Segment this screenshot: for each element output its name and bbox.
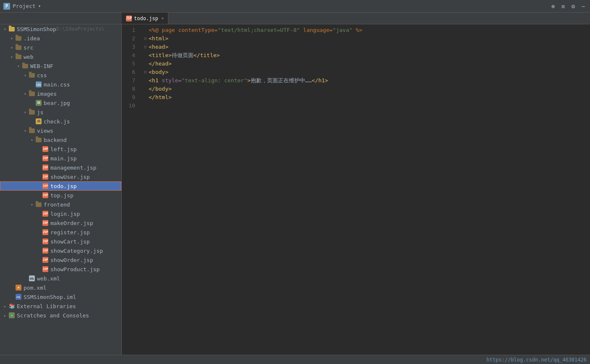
code-segment: 待做页面 — [172, 51, 194, 60]
tree-item-bear-jpg[interactable]: 🖼bear.jpg — [0, 98, 121, 107]
tree-item-showorder-jsp[interactable]: JSPshowOrder.jsp — [0, 255, 121, 264]
line-number-6: 6 — [122, 68, 135, 76]
tree-item-makeorder-jsp[interactable]: JSPmakeOrder.jsp — [0, 218, 121, 228]
code-segment: "text-align: center" — [181, 76, 247, 85]
tree-item-ssm-iml[interactable]: IMLSSMSimonShop.iml — [0, 292, 121, 301]
tree-icon-showcart-jsp: JSP — [42, 238, 49, 245]
code-segment: <title> — [149, 51, 172, 60]
line-numbers: 12345678910 — [122, 24, 139, 355]
minimize-icon[interactable]: − — [580, 3, 587, 10]
project-sidebar[interactable]: SSMSimonShop D:\IdeaProjects\.ideasrcweb… — [0, 24, 122, 355]
tab-close-button[interactable]: × — [161, 16, 164, 21]
code-line-3: ⊟<head> — [142, 43, 590, 51]
status-bar-url: https://blog.csdn.net/qq_46301426 — [487, 357, 587, 363]
tree-item-register-jsp[interactable]: JSPregister.jsp — [0, 228, 121, 237]
tree-arrow-idea — [8, 35, 15, 42]
tree-item-web-inf[interactable]: WEB-INF — [0, 61, 121, 71]
tree-icon-web — [15, 53, 22, 60]
tree-icon-pom-xml: m — [15, 284, 22, 291]
tree-label-ssm-iml: SSMSimonShop.iml — [24, 294, 76, 300]
tree-icon-idea — [15, 35, 22, 42]
settings-icon[interactable]: ⚙ — [570, 3, 577, 10]
title-bar-dropdown-arrow[interactable]: ▾ — [38, 3, 41, 9]
tree-item-idea[interactable]: .idea — [0, 34, 121, 43]
tree-icon-top-jsp: JSP — [42, 192, 49, 199]
browse-icon[interactable]: ⊕ — [550, 3, 556, 10]
tree-item-showcategory-jsp[interactable]: JSPshowCategory.jsp — [0, 246, 121, 255]
fold-marker-3[interactable]: ⊟ — [142, 44, 149, 50]
project-icon: P — [3, 3, 10, 10]
tree-item-main-jsp[interactable]: JSPmain.jsp — [0, 154, 121, 163]
tree-item-web[interactable]: web — [0, 52, 121, 61]
tree-item-showuser-jsp[interactable]: JSPshowUser.jsp — [0, 172, 121, 181]
code-segment: <h1 — [149, 76, 162, 85]
fold-marker-1 — [142, 27, 149, 34]
tree-item-scratches[interactable]: ✏Scratches and Consoles — [0, 311, 121, 320]
tree-item-images[interactable]: images — [0, 89, 121, 98]
code-line-4: <title>待做页面</title> — [142, 51, 590, 60]
tree-item-views[interactable]: views — [0, 126, 121, 135]
tree-label-todo-jsp: todo.jsp — [50, 183, 77, 189]
tree-item-showcart-jsp[interactable]: JSPshowCart.jsp — [0, 237, 121, 246]
tree-icon-login-jsp: JSP — [42, 210, 49, 217]
tree-item-showproduct-jsp[interactable]: JSPshowProduct.jsp — [0, 264, 121, 274]
tab-todo-jsp[interactable]: JSP todo.jsp × — [122, 13, 168, 24]
layout-icon[interactable]: ≡ — [560, 3, 566, 10]
code-segment: style= — [162, 76, 181, 85]
tree-item-left-jsp[interactable]: JSPleft.jsp — [0, 144, 121, 154]
tree-label-showcategory-jsp: showCategory.jsp — [50, 248, 103, 254]
tree-label-frontend: frontend — [44, 202, 70, 208]
tree-icon-backend — [35, 136, 42, 143]
tree-item-main-css[interactable]: CSSmain.css — [0, 80, 121, 89]
fold-marker-9 — [142, 94, 149, 101]
tree-item-check-js[interactable]: JScheck.js — [0, 117, 121, 126]
tree-item-css[interactable]: css — [0, 71, 121, 80]
tab-file-name: todo.jsp — [134, 16, 158, 21]
tree-item-js[interactable]: js — [0, 107, 121, 117]
tree-item-src[interactable]: src — [0, 43, 121, 52]
tree-icon-web-xml: XML — [29, 275, 35, 282]
code-content[interactable]: <%@ page contentType="text/html;charset=… — [139, 24, 590, 355]
file-tree: SSMSimonShop D:\IdeaProjects\.ideasrcweb… — [0, 24, 121, 320]
tree-icon-check-js: JS — [35, 118, 42, 125]
tree-item-top-jsp[interactable]: JSPtop.jsp — [0, 191, 121, 200]
tree-icon-src — [15, 44, 22, 51]
title-bar-project-label[interactable]: Project — [13, 3, 36, 9]
tree-item-web-xml[interactable]: XMLweb.xml — [0, 274, 121, 283]
fold-marker-7 — [142, 77, 149, 84]
code-segment: </h1> — [312, 76, 328, 85]
tree-item-backend[interactable]: backend — [0, 135, 121, 144]
tree-label-backend: backend — [44, 137, 67, 143]
tree-suffix-project-root: D:\IdeaProjects\ — [56, 26, 105, 32]
tree-icon-showproduct-jsp: JSP — [42, 266, 49, 272]
code-line-7: <h1 style="text-align: center">抱歉，页面正在维护… — [142, 76, 590, 85]
code-segment: <html> — [149, 34, 168, 43]
tree-item-ext-libs[interactable]: 📚External Libraries — [0, 301, 121, 311]
tree-label-idea: .idea — [24, 35, 40, 42]
status-bar: https://blog.csdn.net/qq_46301426 — [0, 355, 590, 364]
tree-icon-bear-jpg: 🖼 — [35, 100, 42, 106]
code-segment: </html> — [149, 93, 172, 102]
tree-label-scratches: Scratches and Consoles — [17, 312, 89, 319]
tree-item-frontend[interactable]: frontend — [0, 200, 121, 209]
tree-arrow-images — [22, 90, 29, 97]
code-area[interactable]: 12345678910 <%@ page contentType="text/h… — [122, 24, 590, 355]
fold-marker-2[interactable]: ⊟ — [142, 35, 149, 42]
tree-item-todo-jsp[interactable]: JSPtodo.jsp — [0, 181, 121, 191]
fold-marker-4 — [142, 52, 149, 59]
tree-icon-left-jsp: JSP — [42, 146, 49, 152]
tree-item-project-root[interactable]: SSMSimonShop D:\IdeaProjects\ — [0, 24, 121, 34]
tree-label-check-js: check.js — [44, 118, 70, 125]
tree-label-images: images — [37, 91, 57, 97]
tree-label-register-jsp: register.jsp — [50, 229, 90, 236]
tree-item-login-jsp[interactable]: JSPlogin.jsp — [0, 209, 121, 218]
tree-item-management-jsp[interactable]: JSPmanagement.jsp — [0, 163, 121, 172]
tree-label-pom-xml: pom.xml — [24, 285, 47, 291]
code-line-9: </html> — [142, 93, 590, 102]
tree-label-web-xml: web.xml — [37, 275, 60, 282]
tree-item-pom-xml[interactable]: mpom.xml — [0, 283, 121, 292]
tree-label-bear-jpg: bear.jpg — [44, 100, 70, 106]
fold-marker-6[interactable]: ⊟ — [142, 69, 149, 76]
fold-marker-8 — [142, 86, 149, 92]
tree-icon-views — [29, 127, 35, 134]
